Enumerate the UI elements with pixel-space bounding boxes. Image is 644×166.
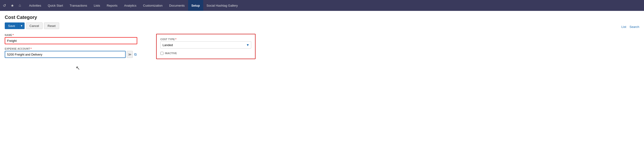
expense-account-combo-wrapper: ≫ ⧉ [5, 51, 137, 58]
list-link[interactable]: List [622, 25, 626, 28]
page-content: List Search Cost Category Save ▼ Cancel … [0, 11, 644, 81]
nav-item-social[interactable]: Social Hashtag Gallery [203, 0, 241, 11]
nav-item-documents[interactable]: Documents [166, 0, 188, 11]
expense-account-input[interactable] [5, 51, 126, 58]
nav-item-customization[interactable]: Customization [140, 0, 166, 11]
expense-account-label: EXPENSE ACCOUNT* [5, 48, 137, 50]
nav-item-lists[interactable]: Lists [90, 0, 104, 11]
home-icon[interactable]: ⌂ [18, 2, 22, 8]
save-button-group: Save ▼ [5, 22, 24, 29]
inactive-label: INACTIVE [165, 52, 177, 54]
inactive-checkbox[interactable] [160, 52, 164, 55]
form-section: NAME* EXPENSE ACCOUNT* ≫ ⧉ ↖ [5, 34, 639, 77]
cost-type-field-group: COST TYPE* Landed Non-Landed ▼ [160, 38, 251, 48]
nav-item-reports[interactable]: Reports [104, 0, 121, 11]
page-title: Cost Category [5, 15, 639, 20]
star-icon[interactable]: ★ [10, 2, 15, 9]
action-bar: Save ▼ Cancel Reset [5, 22, 639, 29]
reset-button[interactable]: Reset [44, 22, 59, 29]
form-left: NAME* EXPENSE ACCOUNT* ≫ ⧉ ↖ [5, 34, 137, 77]
cost-type-label: COST TYPE* [160, 38, 251, 41]
top-right-actions: List Search [622, 25, 639, 28]
search-link[interactable]: Search [630, 25, 639, 28]
nav-icon-group: ↺ ★ ⌂ [2, 2, 22, 9]
name-input[interactable] [5, 37, 137, 44]
name-field-group: NAME* [5, 34, 137, 44]
cursor-area: ↖ [5, 63, 137, 77]
right-panel: COST TYPE* Landed Non-Landed ▼ INACTIVE [156, 34, 256, 59]
history-icon[interactable]: ↺ [2, 2, 7, 9]
nav-item-activities[interactable]: Activities [26, 0, 44, 11]
cost-type-select[interactable]: Landed Non-Landed [160, 42, 251, 48]
save-dropdown-button[interactable]: ▼ [18, 22, 24, 29]
expense-account-external-link-button[interactable]: ⧉ [134, 52, 137, 56]
nav-item-quickstart[interactable]: Quick Start [44, 0, 66, 11]
inactive-checkbox-group: INACTIVE [160, 52, 251, 55]
nav-items: Activities Quick Start Transactions List… [26, 0, 642, 11]
cost-type-select-wrapper: Landed Non-Landed ▼ [160, 42, 251, 48]
expense-account-combo-button[interactable]: ≫ [126, 51, 133, 58]
top-navigation: ↺ ★ ⌂ Activities Quick Start Transaction… [0, 0, 644, 11]
save-button[interactable]: Save [5, 22, 18, 29]
form-right: COST TYPE* Landed Non-Landed ▼ INACTIVE [156, 34, 256, 77]
name-label: NAME* [5, 34, 137, 36]
expense-account-field-group: EXPENSE ACCOUNT* ≫ ⧉ [5, 48, 137, 58]
cancel-button[interactable]: Cancel [26, 22, 42, 29]
nav-item-setup[interactable]: Setup [188, 0, 203, 11]
nav-item-transactions[interactable]: Transactions [66, 0, 90, 11]
nav-item-analytics[interactable]: Analytics [121, 0, 140, 11]
